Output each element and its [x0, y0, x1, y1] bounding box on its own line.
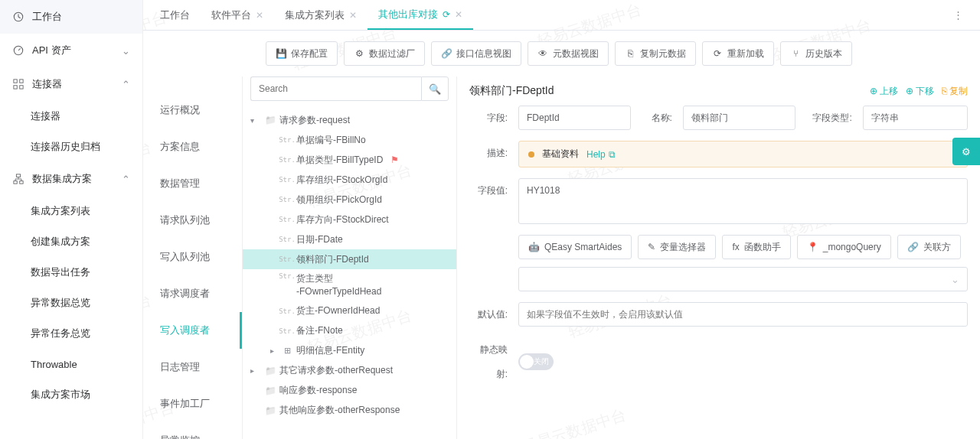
link-icon: 🔗: [441, 48, 452, 59]
tab-scheme-list[interactable]: 集成方案列表✕: [274, 0, 368, 30]
tree-node-fdate[interactable]: Str.日期-FDate: [243, 229, 456, 249]
close-icon[interactable]: ✕: [455, 9, 462, 20]
search-input[interactable]: [250, 76, 421, 101]
default-label: 默认值:: [469, 302, 508, 327]
tab-more-icon[interactable]: ⋮: [942, 9, 974, 21]
tree-node-fpickorgid[interactable]: Str.领用组织-FPickOrgId: [243, 190, 456, 210]
history-button[interactable]: ⑂历史版本: [780, 41, 852, 66]
move-down-button[interactable]: ⊕下移: [906, 85, 934, 98]
sb2-overview[interactable]: 运行概况: [143, 92, 242, 128]
mongo-query-button[interactable]: 📍_mongoQuery: [797, 235, 891, 259]
tab-bar: 工作台 软件平台✕ 集成方案列表✕ 其他出库对接⟳✕ ⋮: [143, 0, 980, 31]
field-input[interactable]: [518, 106, 631, 130]
value-tools: 🤖QEasy SmartAides ✎变量选择器 fx函数助手 📍_mongoQ…: [518, 235, 968, 259]
sb2-request-dispatcher[interactable]: 请求调度者: [143, 275, 242, 312]
tree-node-fdeptid[interactable]: Str.领料部门-FDeptId: [243, 249, 456, 269]
static-map-toggle[interactable]: 关闭: [518, 353, 554, 370]
sb2-event-factory[interactable]: 事件加工厂: [143, 385, 242, 422]
tab-software-platform[interactable]: 软件平台✕: [201, 0, 274, 30]
detail-panel: 领料部门-FDeptId ⊕上移 ⊕下移 ⎘复制 字段: 名称: 字段类型:: [457, 76, 980, 439]
sidebar-item-api-assets[interactable]: API 资产 ⌄: [0, 34, 142, 67]
type-label: 字段类型:: [806, 106, 852, 130]
sb2-write-queue[interactable]: 写入队列池: [143, 239, 242, 275]
tab-workbench[interactable]: 工作台: [149, 0, 201, 30]
string-type-icon: Str.: [281, 136, 293, 144]
value-label: 字段值:: [469, 178, 508, 203]
sidebar-item-throwable[interactable]: Throwable: [0, 349, 142, 379]
string-type-icon: Str.: [281, 255, 293, 263]
tree-node-fownerid[interactable]: Str.货主-FOwnerIdHead: [243, 301, 456, 321]
copy-metadata-button[interactable]: ⎘复制元数据: [615, 41, 696, 66]
caret-right-icon: ▸: [250, 366, 258, 375]
empty-select[interactable]: ⌄: [518, 267, 968, 291]
sidebar-item-connector-archive[interactable]: 连接器历史归档: [0, 132, 142, 162]
type-select[interactable]: [863, 106, 968, 130]
tree-node-fbilltypeid[interactable]: Str.单据类型-FBillTypeID⚑: [243, 150, 456, 170]
arrow-down-icon: ⊕: [906, 86, 913, 96]
primary-sidebar: 工作台 API 资产 ⌄ 连接器 ⌃ 连接器 连接器历史归档 数据集成方案 ⌃ …: [0, 0, 143, 439]
copy-button[interactable]: ⎘复制: [942, 85, 968, 98]
svg-rect-2: [14, 80, 17, 83]
var-picker-button[interactable]: ✎变量选择器: [638, 235, 716, 259]
sidebar-item-scheme-market[interactable]: 集成方案市场: [0, 379, 142, 410]
close-icon[interactable]: ✕: [349, 10, 357, 21]
sb2-request-queue[interactable]: 请求队列池: [143, 202, 242, 239]
sitemap-icon: [12, 173, 24, 185]
sb2-write-dispatcher[interactable]: 写入调度者: [143, 312, 242, 349]
sidebar-item-error-task[interactable]: 异常任务总览: [0, 318, 142, 349]
string-type-icon: Str.: [281, 196, 293, 203]
external-link-icon: ⧉: [609, 149, 616, 160]
reload-button[interactable]: ⟳重新加载: [702, 41, 774, 66]
default-input[interactable]: [518, 302, 968, 327]
tree-node-other-request[interactable]: ▸其它请求参数-otherRequest: [243, 361, 456, 381]
metadata-view-button[interactable]: 👁元数据视图: [528, 41, 609, 66]
link-icon: 🔗: [907, 242, 919, 252]
sidebar-item-scheme-list[interactable]: 集成方案列表: [0, 196, 142, 226]
value-textarea[interactable]: [518, 178, 968, 224]
sb2-error-monitor[interactable]: 异常监控: [143, 422, 242, 439]
tree-node-fentity[interactable]: ▸明细信息-FEntity: [243, 341, 456, 361]
sidebar-item-error-data[interactable]: 异常数据总览: [0, 288, 142, 318]
sb2-data-mgmt[interactable]: 数据管理: [143, 165, 242, 202]
name-input[interactable]: [683, 106, 795, 130]
sidebar-item-create-scheme[interactable]: 创建集成方案: [0, 226, 142, 257]
svg-rect-3: [20, 80, 23, 83]
save-config-button[interactable]: 💾保存配置: [266, 41, 338, 66]
params-tree: ▾请求参数-request Str.单据编号-FBillNo Str.单据类型-…: [243, 107, 456, 439]
sidebar-item-export-task[interactable]: 数据导出任务: [0, 257, 142, 288]
sidebar-item-connector[interactable]: 连接器 ⌃: [0, 67, 142, 101]
tree-node-fbillno[interactable]: Str.单据编号-FBillNo: [243, 130, 456, 150]
api-info-button[interactable]: 🔗接口信息视图: [431, 41, 521, 66]
tree-node-fstockorgid[interactable]: Str.库存组织-FStockOrgId: [243, 170, 456, 190]
tree-node-request[interactable]: ▾请求参数-request: [243, 110, 456, 130]
chevron-down-icon: ⌄: [122, 45, 130, 57]
string-type-icon: Str.: [281, 327, 293, 335]
close-icon[interactable]: ✕: [256, 10, 263, 21]
desc-label: 描述:: [469, 141, 508, 165]
tree-node-fnote[interactable]: Str.备注-FNote: [243, 321, 456, 341]
move-up-button[interactable]: ⊕上移: [870, 85, 898, 98]
sb2-log-mgmt[interactable]: 日志管理: [143, 349, 242, 385]
data-filter-button[interactable]: ⚙数据过滤厂: [344, 41, 425, 66]
chevron-down-icon: ⌄: [951, 274, 959, 285]
relation-button[interactable]: 🔗关联方: [897, 235, 961, 259]
tree-node-fownertype[interactable]: Str.货主类型-FOwnerTypeIdHead: [243, 269, 456, 301]
tree-node-other-response[interactable]: 其他响应参数-otherResponse: [243, 401, 456, 421]
grid-icon: [281, 346, 293, 356]
sb2-scheme-info[interactable]: 方案信息: [143, 128, 242, 165]
main-toolbar: 💾保存配置 ⚙数据过滤厂 🔗接口信息视图 👁元数据视图 ⎘复制元数据 ⟳重新加载…: [143, 31, 980, 76]
sidebar-item-connector-list[interactable]: 连接器: [0, 101, 142, 132]
tree-node-response[interactable]: 响应参数-response: [243, 381, 456, 401]
smartaides-button[interactable]: 🤖QEasy SmartAides: [518, 235, 632, 259]
svg-rect-6: [16, 174, 20, 177]
refresh-icon[interactable]: ⟳: [443, 9, 450, 20]
tab-other-outbound[interactable]: 其他出库对接⟳✕: [368, 0, 473, 30]
sidebar-item-integration[interactable]: 数据集成方案 ⌃: [0, 162, 142, 196]
sidebar-item-workbench[interactable]: 工作台: [0, 0, 142, 34]
settings-fab[interactable]: ⚙: [952, 138, 980, 165]
search-button[interactable]: 🔍: [421, 76, 449, 101]
tree-node-fstockdirect[interactable]: Str.库存方向-FStockDirect: [243, 210, 456, 229]
help-link[interactable]: Help⧉: [586, 149, 616, 160]
caret-down-icon: ▾: [250, 116, 258, 125]
function-helper-button[interactable]: fx函数助手: [722, 235, 790, 259]
